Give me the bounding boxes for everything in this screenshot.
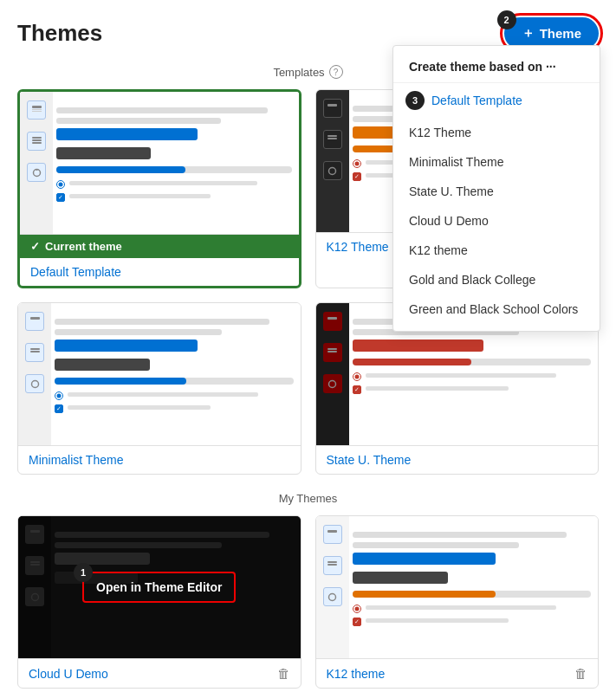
page-container: Themes 2 ＋ Theme Templates ? xyxy=(0,0,616,692)
svg-rect-3 xyxy=(32,137,42,139)
sidebar-icon-k12c-2 xyxy=(323,556,342,575)
sidebar-icon-k12-1 xyxy=(323,99,342,118)
preview-checkbox-k12c: ✓ xyxy=(353,618,361,626)
preview-content-minimalist: ✓ xyxy=(55,312,294,413)
preview-radio-k12 xyxy=(353,159,361,168)
sidebar-icon-2 xyxy=(27,132,46,151)
preview-blue-btn-min xyxy=(55,340,198,352)
dropdown-item-label-6: Gold and Black College xyxy=(409,273,535,287)
svg-rect-10 xyxy=(327,138,337,139)
preview-checkbox-row-su: ✓ xyxy=(353,385,592,394)
create-theme-dropdown: Create theme based on ··· 3 Default Temp… xyxy=(392,45,600,332)
theme-card-minimalist[interactable]: ✓ Minimalist Theme xyxy=(17,302,302,475)
preview-sidebar-k12c xyxy=(316,516,349,658)
theme-preview-default: ✓ xyxy=(20,92,299,235)
dropdown-item-gold-black[interactable]: Gold and Black College xyxy=(393,265,600,294)
svg-point-15 xyxy=(31,380,38,387)
preview-checkbox-row-k12c: ✓ xyxy=(353,618,592,626)
preview-checkbox-row: ✓ xyxy=(56,193,292,202)
current-theme-bar: ✓ Current theme xyxy=(20,235,299,258)
svg-rect-0 xyxy=(32,106,42,108)
svg-point-11 xyxy=(329,167,336,174)
preview-sidebar-minimalist xyxy=(18,303,51,445)
preview-blue-btn xyxy=(56,128,198,140)
theme-editor-overlay: 1 Open in Theme Editor xyxy=(18,516,301,658)
dropdown-item-label-0: Default Template xyxy=(431,94,522,107)
svg-rect-5 xyxy=(32,142,42,144)
theme-footer-state-u: State U. Theme xyxy=(316,446,599,474)
theme-preview-minimalist: ✓ xyxy=(18,303,301,446)
dropdown-item-state-u[interactable]: State U. Theme xyxy=(393,177,600,206)
templates-help-icon[interactable]: ? xyxy=(329,65,343,79)
preview-dark-btn-min xyxy=(55,359,150,371)
preview-progress xyxy=(56,166,292,173)
theme-footer-minimalist: Minimalist Theme xyxy=(18,446,301,474)
sidebar-icon-su-1 xyxy=(323,312,342,331)
preview-checkbox-min: ✓ xyxy=(55,404,63,413)
sidebar-icon-k12-2 xyxy=(323,130,342,149)
svg-rect-2 xyxy=(32,111,42,112)
preview-radio-row-min xyxy=(55,391,294,400)
dropdown-item-cloud-u[interactable]: Cloud U Demo xyxy=(393,206,600,236)
svg-rect-24 xyxy=(327,530,337,533)
add-theme-badge: 2 xyxy=(497,10,516,29)
preview-radio-row-k12c xyxy=(353,605,592,613)
theme-name-k12: K12 Theme xyxy=(327,240,389,254)
preview-progress-su xyxy=(353,359,592,365)
svg-rect-18 xyxy=(327,351,337,352)
theme-name-default: Default Template xyxy=(30,265,121,279)
svg-rect-7 xyxy=(36,169,37,171)
preview-checkbox-k12: ✓ xyxy=(353,172,361,181)
add-theme-label: Theme xyxy=(540,26,581,41)
dropdown-item-k12-custom[interactable]: K12 theme xyxy=(393,236,600,265)
dropdown-item-minimalist[interactable]: Minimalist Theme xyxy=(393,147,600,177)
theme-card-cloud-u[interactable]: 1 Open in Theme Editor Cloud U Demo 🗑 xyxy=(17,515,302,689)
svg-rect-26 xyxy=(327,564,337,566)
svg-rect-9 xyxy=(327,135,337,137)
preview-radio-su xyxy=(353,372,361,381)
open-in-theme-editor-button[interactable]: 1 Open in Theme Editor xyxy=(82,572,236,603)
dropdown-item-green-black[interactable]: Green and Black School Colors xyxy=(393,294,600,324)
sidebar-icon-min-1 xyxy=(25,312,44,331)
dropdown-item-k12-theme[interactable]: K12 Theme xyxy=(393,118,600,147)
preview-checkbox-row-min: ✓ xyxy=(55,404,294,413)
dropdown-item-default-template[interactable]: 3 Default Template xyxy=(393,83,600,118)
theme-preview-k12-custom: ✓ xyxy=(316,516,599,659)
theme-footer-default: Default Template xyxy=(20,258,299,286)
editor-overlay-badge: 1 xyxy=(74,563,93,582)
preview-radio xyxy=(56,180,65,189)
editor-button-label: Open in Theme Editor xyxy=(96,580,222,594)
preview-progress-min xyxy=(55,378,294,385)
delete-k12c-icon[interactable]: 🗑 xyxy=(574,666,587,681)
sidebar-icon-k12c-3 xyxy=(323,587,342,606)
svg-point-27 xyxy=(329,593,336,600)
preview-red-btn xyxy=(353,340,484,352)
theme-name-minimalist: Minimalist Theme xyxy=(29,453,123,467)
sidebar-icon-1 xyxy=(27,100,46,120)
dropdown-item-label-1: K12 Theme xyxy=(409,126,471,139)
theme-footer-k12c: K12 theme 🗑 xyxy=(316,659,599,688)
dropdown-item-label-7: Green and Black School Colors xyxy=(409,302,578,316)
preview-progress-k12c xyxy=(353,591,592,598)
svg-point-19 xyxy=(329,380,336,387)
theme-footer-cloud-u: Cloud U Demo 🗑 xyxy=(18,659,301,688)
dropdown-item-label-2: Minimalist Theme xyxy=(409,155,503,169)
svg-rect-14 xyxy=(30,351,40,352)
svg-rect-13 xyxy=(30,348,40,350)
delete-cloud-u-icon[interactable]: 🗑 xyxy=(277,666,290,681)
svg-rect-1 xyxy=(32,109,42,110)
checkmark-icon: ✓ xyxy=(30,240,40,253)
svg-rect-25 xyxy=(327,561,337,563)
sidebar-icon-min-3 xyxy=(25,374,44,393)
my-themes-grid: 1 Open in Theme Editor Cloud U Demo 🗑 xyxy=(17,515,599,689)
theme-card-k12-custom[interactable]: ✓ K12 theme 🗑 xyxy=(315,515,600,689)
sidebar-icon-3 xyxy=(27,163,46,182)
theme-name-k12c: K12 theme xyxy=(327,667,386,681)
dropdown-badge: 3 xyxy=(405,91,425,110)
preview-sidebar xyxy=(20,92,53,234)
preview-blue-btn-k12c xyxy=(353,553,496,565)
theme-card-default-template[interactable]: ✓ ✓ Current theme Default Template xyxy=(17,89,302,288)
preview-checkbox-su: ✓ xyxy=(353,385,361,394)
my-themes-label: My Themes xyxy=(17,492,599,505)
preview-radio-row xyxy=(56,180,292,189)
